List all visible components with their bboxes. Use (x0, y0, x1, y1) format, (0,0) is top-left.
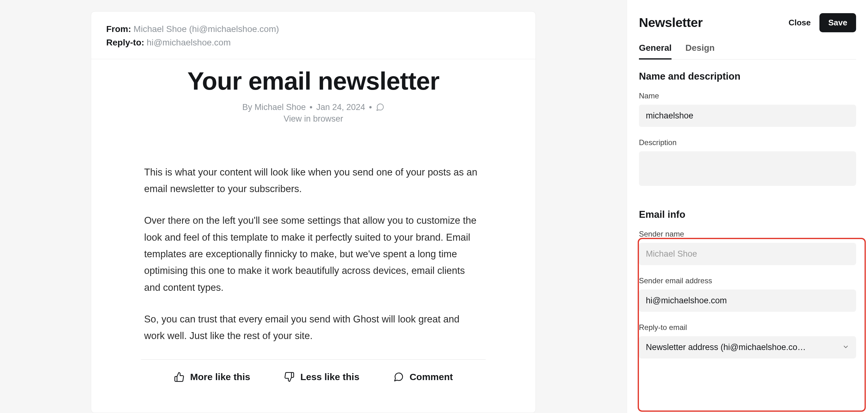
view-in-browser-link[interactable]: View in browser (107, 114, 520, 124)
byline-author: By Michael Shoe (242, 102, 306, 112)
comment-button[interactable]: Comment (393, 372, 453, 382)
email-feedback-actions: More like this Less like this Comment (107, 372, 520, 385)
description-input[interactable] (639, 151, 856, 186)
email-preview-pane: From: Michael Shoe (hi@michaelshoe.com) … (0, 0, 627, 413)
email-paragraph: Over there on the left you'll see some s… (144, 212, 483, 296)
byline-separator: • (369, 102, 372, 112)
email-header: From: Michael Shoe (hi@michaelshoe.com) … (91, 11, 535, 59)
comment-icon (376, 103, 384, 112)
byline-separator: • (310, 102, 312, 112)
email-byline: By Michael Shoe • Jan 24, 2024 • (242, 102, 384, 112)
reply-to-label: Reply-to: (106, 38, 144, 47)
reply-to-email-label: Reply-to email (639, 323, 856, 332)
email-preview-card: From: Michael Shoe (hi@michaelshoe.com) … (91, 11, 536, 413)
less-like-this-button[interactable]: Less like this (284, 372, 359, 382)
name-input[interactable] (639, 105, 856, 127)
sender-email-label: Sender email address (639, 276, 856, 285)
email-title: Your email newsletter (107, 67, 520, 96)
from-label: From: (106, 24, 131, 34)
newsletter-settings-panel: Newsletter Close Save General Design Nam… (627, 0, 868, 413)
name-label: Name (639, 92, 856, 100)
save-button[interactable]: Save (819, 13, 856, 32)
email-paragraph: This is what your content will look like… (144, 164, 483, 197)
sender-email-input[interactable] (639, 290, 856, 312)
more-like-this-button[interactable]: More like this (174, 372, 250, 382)
sender-name-input[interactable] (639, 243, 856, 265)
panel-title: Newsletter (639, 15, 703, 30)
email-content: This is what your content will look like… (144, 164, 483, 344)
from-value: Michael Shoe (hi@michaelshoe.com) (133, 24, 279, 34)
tab-design[interactable]: Design (685, 43, 714, 59)
thumbs-up-icon (174, 372, 185, 382)
reply-to-email-select[interactable]: Newsletter address (hi@michaelshoe.co… (639, 336, 856, 358)
section-name-description: Name and description (639, 71, 856, 82)
description-label: Description (639, 138, 856, 147)
close-button[interactable]: Close (788, 18, 811, 28)
comment-label: Comment (409, 372, 453, 382)
email-divider (141, 359, 486, 360)
byline-date: Jan 24, 2024 (316, 102, 365, 112)
sender-name-label: Sender name (639, 230, 856, 239)
comment-icon (393, 372, 404, 382)
thumbs-down-icon (284, 372, 294, 382)
reply-to-value: hi@michaelshoe.com (147, 38, 230, 47)
tab-general[interactable]: General (639, 43, 672, 59)
email-paragraph: So, you can trust that every email you s… (144, 311, 483, 344)
more-like-this-label: More like this (190, 372, 250, 382)
email-body: Your email newsletter By Michael Shoe • … (91, 59, 535, 413)
panel-tabs: General Design (639, 43, 856, 60)
section-email-info: Email info (639, 209, 856, 220)
less-like-this-label: Less like this (300, 372, 359, 382)
